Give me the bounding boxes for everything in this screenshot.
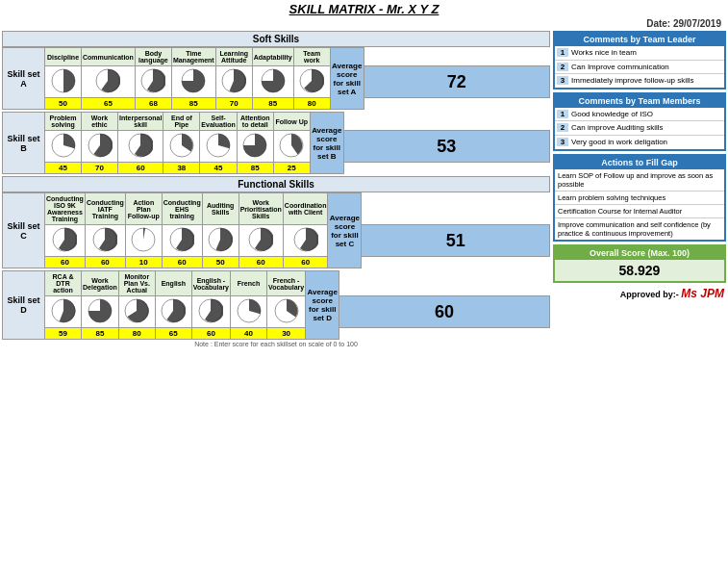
score-b3: 60 [118,163,163,174]
comment-member-2: 2 Can improve Auditing skills [555,121,724,136]
col-b3: Interpersonal skill [118,113,163,131]
pie-a4 [171,66,215,98]
pie-a6 [252,66,293,98]
col-d5: English - Vocabulary [191,271,230,296]
approved-name: Ms JPM [681,287,724,300]
pie-c3 [125,225,162,257]
score-a2: 65 [82,98,136,110]
skillset-a-table: Skill set A Discipline Communication Bod… [2,47,550,110]
pie-b7 [273,131,310,163]
score-a7: 80 [293,98,330,110]
pie-d1 [45,296,82,328]
col-b5: Self-Evaluation [200,113,237,131]
col-d1: RCA & DTR action [45,271,82,296]
col-c6: Work Prioritisation Skills [238,193,283,225]
pie-c1 [45,225,86,257]
col-a5: Learning Attitude [215,48,252,66]
actions-panel: Actions to Fill Gap Learn SOP of Follow … [553,154,726,242]
pie-a2 [82,66,136,98]
col-d3: Monitor Plan Vs. Actual [118,271,155,296]
score-a4: 85 [171,98,215,110]
overall-value: 58.929 [555,260,724,281]
col-b4: End of Pipe [163,113,200,131]
col-a1: Discipline [45,48,82,66]
score-a3: 68 [135,98,171,110]
col-d2: Work Delegation [82,271,119,296]
pie-a5 [215,66,252,98]
score-b1: 45 [45,163,82,174]
score-a1: 50 [45,98,82,110]
overall-label: Overall Score (Max. 100) [555,246,724,260]
score-c5: 50 [202,257,238,268]
col-a6: Adaptability [252,48,293,66]
action-2: Learn problem solving techniques [555,192,724,205]
overall-score-box: Overall Score (Max. 100) 58.929 [553,244,726,283]
score-b6: 85 [237,163,273,174]
action-4: Improve communication and self confidenc… [555,218,724,240]
action-1: Learn SOP of Follow up and improve as so… [555,169,724,192]
score-c3: 10 [125,257,162,268]
skillset-b-label: Skill set B [3,113,45,174]
action-3: Certification Course for Internal Audito… [555,205,724,218]
score-b2: 70 [82,163,118,174]
comment-leader-2: 2 Can Improve communication [555,61,724,75]
page-title: SKILL MATRIX - Mr. X Y Z [289,2,439,16]
pie-d5 [191,296,230,328]
col-c7: Coordination with Client [283,193,328,225]
approved-by-label: Approved by:- [620,290,679,299]
col-c1: Conducting ISO 9K Awareness Training [45,193,86,225]
pie-c4 [162,225,202,257]
score-d4: 65 [155,328,191,340]
score-d6: 40 [231,328,267,340]
comments-members-panel: Comments by Team Members 1 Good knowledg… [553,92,726,151]
functional-skills-header: Functional Skills [2,176,550,192]
col-d-avg: Average score for skill set D [306,271,339,340]
pie-a7 [293,66,330,98]
pie-b1 [45,131,82,163]
comments-leader-panel: Comments by Team Leader 1 Works nice in … [553,31,726,89]
score-c4: 60 [162,257,202,268]
note: Note : Enter score for each skillset on … [2,341,550,347]
skillset-a-label: Skill set A [3,48,45,110]
score-d7: 30 [267,328,306,340]
col-b1: Problem solving [45,113,82,131]
skillset-d-label: Skill set D [3,271,45,340]
date-row: Date: 29/07/2019 [2,18,726,29]
date-label: Date: 29/07/2019 [646,18,721,29]
pie-c7 [283,225,328,257]
title-row: SKILL MATRIX - Mr. X Y Z [2,2,726,16]
col-a4: Time Management [171,48,215,66]
pie-d6 [231,296,267,328]
score-d5: 60 [191,328,230,340]
col-c3: Action Plan Follow-up [125,193,162,225]
pie-b5 [200,131,237,163]
score-b4: 38 [163,163,200,174]
pie-c6 [238,225,283,257]
col-b6: Attention to detail [237,113,273,131]
col-c5: Auditing Skills [202,193,238,225]
col-a-avg: Average score for skill set A [330,48,364,110]
soft-skills-header: Soft Skills [2,31,550,47]
col-b-avg: Average score for skill set B [310,113,343,174]
score-d: 60 [339,296,550,328]
skillset-c-table: Skill set C Conducting ISO 9K Awareness … [2,192,550,268]
col-c-avg: Average score for skill set C [328,193,362,268]
col-d7: French - Vocabulary [267,271,306,296]
comments-leader-header: Comments by Team Leader [555,33,724,46]
col-d6: French [231,271,267,296]
skillset-d-table: Skill set D RCA & DTR action Work Delega… [2,270,550,340]
pie-a1 [45,66,82,98]
col-b7: Follow Up [273,113,310,131]
score-b: 53 [343,131,549,163]
pie-d3 [118,296,155,328]
pie-d4 [155,296,191,328]
score-c7: 60 [283,257,328,268]
col-b2: Work ethic [82,113,118,131]
right-section: Comments by Team Leader 1 Works nice in … [553,31,726,347]
left-section: Soft Skills Skill set A Discipline Commu… [2,31,550,347]
comment-leader-1: 1 Works nice in team [555,46,724,61]
score-a: 72 [364,66,549,98]
pie-c2 [85,225,125,257]
score-b5: 45 [200,163,237,174]
score-c: 51 [362,225,550,257]
